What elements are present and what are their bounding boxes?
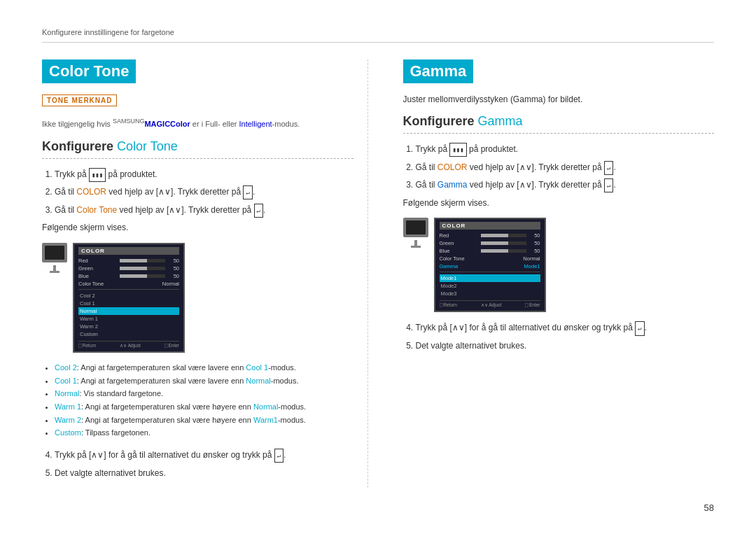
osd-screen-right: COLOR Red 50 Green 50 Blue [434, 218, 546, 312]
bullet-normal: Normal: Vis standard fargetone. [55, 387, 354, 400]
term-warm2: Warm 2 [55, 416, 81, 424]
bullet-list-left: Cool 2: Angi at fargetemperaturen skal v… [42, 361, 354, 440]
monitor-stem-right [414, 240, 417, 246]
menu-icon-right: ▮▮▮ [449, 143, 466, 157]
step-2-right: Gå til COLOR ved hjelp av [∧∨]. Trykk de… [416, 160, 715, 176]
osd-row-colortone: Color Tone Normal [78, 281, 179, 287]
step-2: Gå til COLOR ved hjelp av [∧∨]. Trykk de… [55, 185, 354, 200]
menu-icon: ▮▮▮ [89, 168, 106, 182]
osd-screen-left: COLOR Red 50 Green 50 Blue [73, 243, 185, 353]
configure-prefix-right: Konfigurere [403, 114, 475, 128]
osd-val-colortone: Normal [162, 281, 179, 287]
osd-footer-enter: ⎕ Enter [164, 343, 179, 349]
osd-footer-adjust: ∧∨ Adjust [120, 343, 141, 349]
gamma-subtitle: Gamma [478, 114, 523, 128]
gamma-note: Juster mellomverdilysstyken (Gamma) for … [403, 94, 715, 104]
osd-opt-normal: Normal [78, 307, 179, 315]
col-left: Color Tone TONE MERKNAD Ikke tilgjengeli… [42, 59, 368, 488]
bullet-warm2: Warm 2: Angi at fargetemperaturen skal v… [55, 414, 354, 427]
intelligent-label: Intelligent [239, 120, 272, 128]
osd-val-blue-r: 50 [529, 248, 540, 254]
osd-val-green-r: 50 [529, 240, 540, 246]
gamma-title: Gamma [403, 59, 474, 83]
bullet-cool2: Cool 2: Angi at fargetemperaturen skal v… [55, 361, 354, 374]
osd-bar-green-r [481, 241, 526, 245]
osd-row-red-r: Red 50 [440, 232, 540, 239]
enter-icon-r1: ↵ [604, 161, 613, 175]
enter-icon-1: ↵ [243, 185, 252, 199]
osd-row-green-r: Green 50 [440, 240, 540, 246]
osd-screen-box-left: COLOR Red 50 Green 50 Blue [73, 243, 185, 353]
term-custom: Custom [55, 428, 81, 437]
page: Konfigurere innstillingene for fargetone… [0, 0, 756, 534]
enter-icon-2: ↵ [254, 204, 263, 218]
osd-footer-enter-r: ⎕ Enter [525, 302, 540, 308]
brand-label: SAMSUNG [113, 118, 145, 125]
color-tone-title: Color Tone [42, 59, 136, 83]
osd-val-colortone-r: Normal [523, 255, 540, 262]
osd-bar-red-r [481, 234, 526, 237]
osd-footer-return-r: ⎕ Return [440, 302, 457, 308]
osd-title-left: COLOR [78, 247, 179, 255]
top-divider [42, 42, 714, 43]
steps-list-right: Trykk på ▮▮▮ på produktet. Gå til COLOR … [403, 142, 715, 211]
step-3-right: Gå til Gamma ved hjelp av [∧∨]. Trykk de… [416, 178, 715, 193]
osd-val-green: 50 [168, 265, 179, 272]
color-tone-link: Color Tone [76, 205, 117, 215]
ref-cool1: Cool 1 [246, 363, 268, 372]
term-normal: Normal [55, 389, 79, 398]
configure-color-tone-title: Konfigurere Color Tone [42, 139, 354, 159]
col-right: Gamma Juster mellomverdilysstyken (Gamma… [396, 59, 715, 488]
monitor-stem-left [53, 265, 56, 271]
osd-options-left: Cool 2 Cool 1 Normal Warm 1 Warm 2 Custo… [78, 292, 179, 338]
osd-footer-right: ⎕ Return ∧∨ Adjust ⎕ Enter [440, 300, 540, 308]
step-4-right: Trykk på [∧∨] for å gå til alternativet … [416, 321, 715, 336]
osd-row-blue: Blue 50 [78, 273, 179, 279]
osd-row-colortone-r: Color Tone Normal [440, 255, 540, 262]
osd-title-right: COLOR [440, 222, 540, 230]
osd-label-gamma: Gamma [440, 263, 478, 269]
osd-sep-left [78, 289, 179, 290]
osd-footer-left: ⎕ Return ∧∨ Adjust ⎕ Enter [78, 341, 179, 349]
monitor-icon-right [403, 218, 428, 237]
osd-val-blue: 50 [168, 273, 179, 279]
step-5-right: Det valgte alternativet brukes. [416, 339, 715, 354]
step-5-left: Det valgte alternativet brukes. [55, 466, 354, 482]
step-4-left: Trykk på [∧∨] for å gå til alternativet … [55, 448, 354, 463]
following-screen-text-left: Følgende skjerm vises. [42, 220, 354, 236]
term-warm1: Warm 1 [55, 402, 81, 411]
bullet-warm1: Warm 1: Angi at fargetemperaturen skal v… [55, 400, 354, 414]
osd-label-colortone-r: Color Tone [440, 255, 478, 262]
enter-icon-r2: ↵ [604, 178, 613, 192]
osd-label-green: Green [78, 265, 117, 272]
two-column-layout: Color Tone TONE MERKNAD Ikke tilgjengeli… [42, 59, 714, 488]
term-cool2: Cool 2 [55, 363, 77, 372]
ref-normal2: Normal [253, 402, 278, 411]
ref-warm1: Warm1 [253, 416, 278, 424]
magic-label: MAGICColor [144, 120, 190, 128]
osd-row-green: Green 50 [78, 265, 179, 272]
enter-icon-4: ↵ [274, 449, 284, 463]
osd-label-blue: Blue [78, 273, 117, 279]
osd-bar-green [120, 267, 165, 270]
osd-footer-adjust-r: ∧∨ Adjust [481, 302, 502, 308]
osd-opt-cool2: Cool 2 [78, 292, 179, 300]
gamma-link: Gamma [438, 180, 468, 190]
following-screen-text-right: Følgende skjerm vises. [403, 196, 715, 211]
monitor-stand-left [42, 243, 67, 273]
osd-opt-mode1: Mode1 [440, 274, 540, 282]
osd-bar-blue-r [481, 249, 526, 253]
monitor-base-right [411, 246, 421, 248]
osd-row-gamma: Gamma Mode1 [440, 263, 540, 269]
osd-label-red-r: Red [440, 232, 478, 239]
osd-opt-warm1: Warm 1 [78, 315, 179, 323]
monitor-stand-right [403, 218, 428, 248]
bullet-custom: Custom: Tilpass fargetonen. [55, 426, 354, 440]
osd-left: COLOR Red 50 Green 50 Blue [42, 243, 354, 353]
osd-val-red-r: 50 [529, 232, 540, 239]
osd-opt-mode2: Mode2 [440, 282, 540, 290]
term-cool1: Cool 1 [55, 377, 77, 385]
osd-val-gamma: Mode1 [524, 263, 540, 269]
steps-4-5-right: Trykk på [∧∨] for å gå til alternativet … [403, 321, 715, 353]
osd-right: COLOR Red 50 Green 50 Blue [403, 218, 715, 312]
